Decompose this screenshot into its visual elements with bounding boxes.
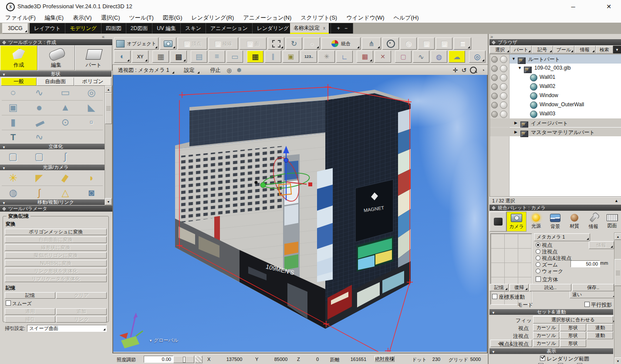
browser-menu-symbol[interactable]: 記号: [532, 46, 553, 54]
radio-both[interactable]: [536, 256, 540, 260]
expander-icon[interactable]: ▶: [514, 130, 517, 134]
tree-row-window[interactable]: Window: [490, 91, 621, 100]
scrollbar-thumb[interactable]: [614, 259, 621, 286]
spreadsheet-button[interactable]: ▤: [191, 51, 207, 63]
scroll-down-arrow[interactable]: ▼: [614, 357, 621, 364]
numeric-input-button[interactable]: 123..: [300, 51, 317, 63]
menu-file[interactable]: ファイル(F): [5, 14, 36, 22]
scroll-down-arrow[interactable]: ▼: [105, 198, 112, 205]
tree-row-mastermaterial[interactable]: ▶ マスターマテリアルパート: [490, 128, 621, 136]
palette-tab-drawing[interactable]: 図面: [603, 212, 621, 232]
smooth-checkbox[interactable]: [6, 300, 11, 306]
menu-select[interactable]: 選択(C): [101, 14, 120, 22]
eyepoint-link-button[interactable]: 連動: [587, 324, 613, 331]
coord-link-checkbox[interactable]: [492, 294, 497, 299]
expander-icon[interactable]: ▼: [518, 66, 522, 70]
wire-dome-button[interactable]: ◍: [431, 51, 447, 63]
tree-row-imagepart[interactable]: ▶ イメージパート: [490, 118, 621, 127]
tree-row-glb[interactable]: ▼ 109-02_003.glb: [490, 64, 621, 72]
viewport-3d[interactable]: MAGNET: [112, 75, 488, 354]
cylinder-tool[interactable]: ▮: [5, 116, 21, 129]
render-range-checkbox[interactable]: [540, 356, 545, 361]
palette-tab-info[interactable]: 情報: [584, 212, 603, 232]
pivot-target-button[interactable]: [382, 37, 399, 50]
sphere-tool[interactable]: ●: [31, 101, 47, 114]
cloud-button[interactable]: ☁: [449, 51, 465, 63]
tab-remove-button[interactable]: −: [343, 23, 353, 34]
toolbox-mode-create[interactable]: 作成: [0, 45, 37, 71]
unify-manipulator-button[interactable]: 統合: [321, 37, 361, 50]
minimize-button[interactable]: ─: [561, 0, 585, 13]
spot-light-tool[interactable]: ◤: [31, 172, 47, 185]
radio-zoom[interactable]: [536, 262, 540, 267]
expander-icon[interactable]: ▶: [514, 121, 517, 125]
tab-rendering[interactable]: レンダリング: [253, 23, 294, 34]
restore-dropdown-button[interactable]: 復帰: [510, 284, 529, 291]
spring-modifier-button[interactable]: ≡: [209, 51, 225, 63]
tab-layout[interactable]: レイアウト: [30, 23, 65, 34]
environment-light-tool[interactable]: ◍: [5, 186, 21, 199]
palette-tab-background[interactable]: 背景: [546, 212, 565, 232]
radio-walk[interactable]: [536, 269, 540, 273]
palette-tab-shapes[interactable]: [489, 212, 506, 232]
palette-tab-material[interactable]: 材質: [565, 212, 584, 232]
camera-object-tool[interactable]: ◙: [84, 186, 99, 199]
radio-targetpoint[interactable]: [536, 249, 540, 254]
illumination-slider[interactable]: [173, 356, 194, 363]
snap-grid-button[interactable]: ▦: [247, 51, 263, 63]
browser-menu-select[interactable]: 選択: [489, 46, 510, 54]
text-tool[interactable]: T: [5, 131, 21, 144]
browser-menu-boolean[interactable]: ブール: [553, 46, 574, 54]
tube-light-tool[interactable]: ▮: [55, 168, 76, 188]
tab-2ddrawing[interactable]: 2D図面: [126, 23, 152, 34]
box-tool[interactable]: ▣: [5, 101, 21, 114]
arc-points-button[interactable]: ∿: [413, 51, 429, 63]
browser-menu-part[interactable]: パート: [510, 46, 532, 54]
mesh-delete-button[interactable]: ✕: [375, 51, 391, 63]
cube-view-checkbox[interactable]: [536, 276, 541, 282]
menu-view[interactable]: 表示(V): [73, 14, 91, 22]
menu-script[interactable]: スクリプト(S): [300, 14, 337, 22]
vehicle-button[interactable]: ▭: [226, 51, 243, 63]
closed-line-tool[interactable]: ○: [5, 86, 21, 99]
browser-menu-info[interactable]: 情報: [574, 46, 596, 54]
save-button[interactable]: 保存..: [572, 284, 614, 291]
grid-dark-button[interactable]: ▩: [170, 51, 187, 63]
palette-scrollbar[interactable]: ▲ ▼: [614, 233, 621, 364]
tab-animation[interactable]: アニメーション: [206, 23, 253, 34]
toolbox-mode-part[interactable]: パート: [75, 45, 112, 71]
scroll-up-arrow[interactable]: ▲: [614, 233, 621, 240]
tree-row-window-outerwall[interactable]: Window_OuterWall: [490, 100, 621, 109]
target-link-button[interactable]: 連動: [587, 332, 613, 339]
tree-row-wall01[interactable]: Wall01: [490, 73, 621, 81]
toolbox-mode-edit[interactable]: 編集: [37, 45, 75, 71]
scroll-up-arrow[interactable]: ▲: [105, 86, 112, 93]
circle-tool[interactable]: ◎: [84, 86, 99, 99]
toolbox-scrollbar[interactable]: ▲ ▼: [105, 85, 112, 206]
disc-light-tool[interactable]: ◗: [84, 172, 99, 185]
wedge-tool[interactable]: ◣: [84, 101, 99, 114]
torus-tool[interactable]: ⊙: [57, 116, 73, 129]
display-section-header[interactable]: ▼ 表示: [489, 348, 613, 354]
illumination-value[interactable]: 0.00: [144, 356, 173, 363]
menu-tools[interactable]: ツール(T): [129, 14, 154, 22]
menu-help[interactable]: ヘルプ(H): [394, 14, 419, 22]
section-move-copy-link-header[interactable]: ▼ 移動/複製/リンク: [0, 199, 111, 205]
object-mode-button[interactable]: オブジェクト: [114, 37, 159, 50]
parallel-projection-checkbox[interactable]: [584, 302, 590, 307]
menu-animation[interactable]: アニメーション(N): [243, 14, 291, 22]
convert-polygonmesh-button[interactable]: ポリゴンメッシュに変換: [5, 229, 107, 235]
camera-view-button[interactable]: [160, 37, 176, 50]
capsule-tool[interactable]: ▬: [29, 113, 49, 131]
tab-add-button[interactable]: +: [331, 23, 343, 34]
xy-axis-button[interactable]: XY: [132, 51, 148, 63]
scrollbar-thumb[interactable]: [105, 93, 112, 124]
gem-icon[interactable]: ⬢: [237, 67, 241, 73]
collapse-right-icon[interactable]: »: [490, 34, 493, 39]
open-line-tool[interactable]: ∿: [31, 86, 47, 99]
memory-button[interactable]: 記憶: [5, 292, 55, 299]
rectangle-tool[interactable]: ▭: [57, 86, 73, 99]
speed-dropdown[interactable]: 速い: [570, 291, 616, 298]
cylinder-slash-button[interactable]: ∥: [265, 51, 281, 63]
panel-collapse-icon[interactable]: ▲: [614, 197, 618, 204]
